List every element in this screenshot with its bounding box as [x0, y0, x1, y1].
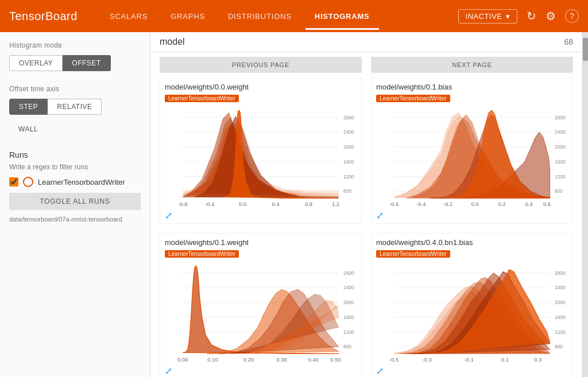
- svg-text:1600: 1600: [555, 315, 566, 320]
- chart-tag-1: LearnerTensorboardWriter: [165, 95, 239, 102]
- runs-title: Runs: [9, 150, 141, 160]
- svg-text:0.2: 0.2: [498, 201, 506, 207]
- svg-text:0.8: 0.8: [305, 201, 312, 207]
- chart-card-3: model/weights/0.1.weight LearnerTensorbo…: [160, 233, 362, 377]
- search-input[interactable]: [160, 37, 555, 47]
- nav-histograms[interactable]: HISTOGRAMS: [305, 7, 379, 25]
- chart-title-1: model/weights/0.0.weight: [165, 83, 357, 91]
- wall-btn[interactable]: WALL: [9, 122, 47, 137]
- svg-text:1200: 1200: [555, 330, 566, 335]
- svg-text:2000: 2000: [343, 300, 354, 305]
- svg-text:-0.6: -0.6: [389, 201, 399, 207]
- help-icon[interactable]: ?: [565, 9, 579, 23]
- chart-card-2: model/weights/0.1.bias LearnerTensorboar…: [371, 77, 573, 224]
- svg-text:0.4: 0.4: [525, 201, 533, 207]
- relative-btn[interactable]: RELATIVE: [48, 99, 102, 115]
- runs-filter-label: Write a regex to filter runs: [9, 163, 141, 171]
- svg-text:2400: 2400: [343, 130, 354, 135]
- svg-text:2400: 2400: [343, 285, 354, 290]
- sidebar: Histogram mode OVERLAY OFFSET Offset tim…: [0, 32, 150, 377]
- svg-text:0.0: 0.0: [471, 201, 479, 207]
- svg-text:1200: 1200: [343, 174, 354, 180]
- right-scrollbar[interactable]: [582, 32, 588, 377]
- svg-text:2800: 2800: [555, 115, 566, 121]
- svg-text:800: 800: [343, 189, 351, 194]
- chart-svg-2: -0.6 -0.4 -0.2 0.0 0.2 0.4 0.6 800 1200 …: [376, 106, 568, 209]
- nav-distributions[interactable]: DISTRIBUTIONS: [219, 7, 301, 25]
- chart-svg-4: -0.5 -0.3 -0.1 0.1 0.3 800 1200 1600 200…: [376, 261, 568, 364]
- svg-text:0.00: 0.00: [177, 357, 188, 363]
- search-bar: 68: [150, 32, 582, 52]
- svg-text:0.4: 0.4: [272, 201, 280, 207]
- svg-text:2000: 2000: [343, 145, 354, 150]
- chart-title-2: model/weights/0.1.bias: [376, 83, 568, 91]
- chart-tag-4: LearnerTensorboardWriter: [376, 250, 450, 258]
- charts-grid: model/weights/0.0.weight LearnerTensorbo…: [160, 77, 573, 377]
- toggle-all-runs-button[interactable]: TOGGLE ALL RUNS: [9, 193, 141, 210]
- nav-graphs[interactable]: GRAPHS: [161, 7, 214, 25]
- histogram-mode-label: Histogram mode: [9, 41, 141, 49]
- chart-title-3: model/weights/0.1.weight: [165, 238, 357, 247]
- svg-text:2400: 2400: [555, 130, 566, 135]
- run-item: LearnerTensorboardWriter: [9, 177, 141, 187]
- chart-tag-3: LearnerTensorboardWriter: [165, 250, 239, 258]
- svg-text:0.50: 0.50: [330, 357, 341, 363]
- svg-text:0.40: 0.40: [308, 357, 319, 363]
- status-dropdown[interactable]: INACTIVE ▾: [458, 9, 517, 24]
- svg-text:0.10: 0.10: [207, 357, 218, 363]
- settings-icon[interactable]: ⚙: [546, 9, 556, 23]
- mode-buttons: OVERLAY OFFSET: [9, 55, 141, 71]
- svg-text:1200: 1200: [555, 174, 566, 180]
- main-layout: Histogram mode OVERLAY OFFSET Offset tim…: [0, 32, 588, 377]
- histogram-mode-section: Histogram mode OVERLAY OFFSET: [9, 41, 141, 71]
- chart-title-4: model/weights/0.4.0.bn1.bias: [376, 238, 568, 247]
- svg-text:0.6: 0.6: [543, 201, 551, 207]
- svg-text:0.20: 0.20: [243, 357, 254, 363]
- svg-text:1.2: 1.2: [332, 201, 339, 207]
- chart-svg-1: -0.8 -0.4 0.0 0.4 0.8 1.2 800 1200 1600 …: [165, 106, 357, 209]
- svg-text:-0.2: -0.2: [443, 201, 452, 207]
- runs-section: Runs Write a regex to filter runs Learne…: [9, 150, 141, 223]
- chart-card-4: model/weights/0.4.0.bn1.bias LearnerTens…: [371, 233, 573, 377]
- refresh-icon[interactable]: ↻: [527, 9, 536, 23]
- header: TensorBoard SCALARS GRAPHS DISTRIBUTIONS…: [0, 0, 588, 32]
- offset-btn[interactable]: OFFSET: [63, 55, 110, 71]
- header-right: INACTIVE ▾ ↻ ⚙ ?: [458, 9, 579, 24]
- chart-wrapper-1: -0.8 -0.4 0.0 0.4 0.8 1.2 800 1200 1600 …: [165, 106, 357, 209]
- expand-icon-2[interactable]: ⤢: [376, 210, 384, 221]
- step-btn[interactable]: STEP: [9, 99, 48, 115]
- chart-tag-2: LearnerTensorboardWriter: [376, 95, 450, 102]
- run-color-indicator: [23, 177, 33, 187]
- charts-area: PREVIOUS PAGE NEXT PAGE model/weights/0.…: [150, 52, 582, 377]
- expand-icon-4[interactable]: ⤢: [376, 366, 384, 376]
- svg-text:2800: 2800: [343, 115, 354, 121]
- svg-text:1600: 1600: [343, 315, 354, 320]
- svg-text:1200: 1200: [343, 330, 354, 335]
- nav-scalars[interactable]: SCALARS: [100, 7, 157, 25]
- svg-text:0.3: 0.3: [534, 357, 541, 363]
- offset-time-axis-section: Offset time axis STEP RELATIVE WALL: [9, 85, 141, 137]
- run-checkbox[interactable]: [9, 177, 18, 186]
- svg-text:1600: 1600: [555, 160, 566, 165]
- svg-text:2800: 2800: [555, 271, 566, 276]
- svg-text:-0.8: -0.8: [178, 201, 187, 207]
- offset-time-axis-label: Offset time axis: [9, 85, 141, 93]
- svg-text:0.30: 0.30: [276, 357, 287, 363]
- pagination-row: PREVIOUS PAGE NEXT PAGE: [160, 57, 573, 73]
- svg-text:2000: 2000: [555, 145, 566, 150]
- svg-marker-13: [225, 110, 338, 198]
- expand-icon-1[interactable]: ⤢: [165, 210, 172, 221]
- svg-text:0.1: 0.1: [501, 357, 509, 363]
- scrollbar-thumb[interactable]: [583, 38, 588, 61]
- next-page-btn[interactable]: NEXT PAGE: [371, 57, 573, 73]
- axis-buttons: STEP RELATIVE: [9, 99, 141, 115]
- expand-icon-3[interactable]: ⤢: [165, 366, 172, 376]
- svg-text:-0.4: -0.4: [205, 201, 214, 207]
- prev-page-btn[interactable]: PREVIOUS PAGE: [160, 57, 362, 73]
- svg-text:800: 800: [555, 344, 563, 349]
- chart-svg-3: 0.00 0.10 0.20 0.30 0.40 0.50 800 1200 1…: [165, 261, 357, 364]
- overlay-btn[interactable]: OVERLAY: [9, 55, 63, 71]
- svg-text:-0.3: -0.3: [423, 357, 432, 363]
- dropdown-arrow-icon: ▾: [506, 12, 510, 21]
- svg-text:2000: 2000: [555, 300, 566, 305]
